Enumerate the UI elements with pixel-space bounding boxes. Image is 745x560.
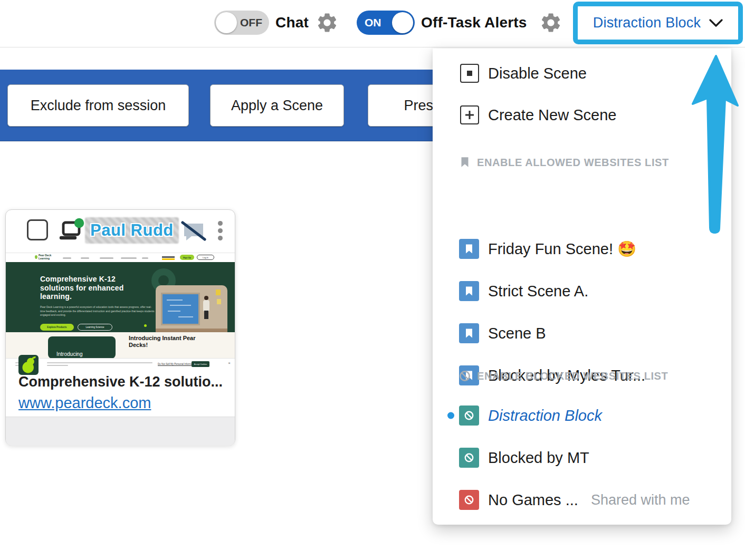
menu-item-no-games[interactable]: No Games ... Shared with me bbox=[433, 485, 731, 515]
hero-decoration-dot bbox=[144, 324, 147, 327]
student-card-header: Paul Rudd bbox=[6, 210, 235, 252]
chat-settings-gear-icon[interactable] bbox=[316, 11, 339, 34]
selected-indicator-dot bbox=[447, 412, 454, 419]
menu-item-scene-b[interactable]: Scene B bbox=[433, 318, 731, 348]
blocked-list-icon bbox=[459, 405, 479, 426]
pear-favicon-icon bbox=[18, 355, 39, 375]
thumbnail-login-button: Log In bbox=[197, 255, 214, 260]
thumbnail-intro-card: Introducing bbox=[48, 336, 116, 359]
cookie-close-icon: × bbox=[228, 361, 231, 365]
menu-item-create-new-scene[interactable]: Create New Scene bbox=[433, 100, 731, 130]
shared-with-me-note: Shared with me bbox=[591, 492, 690, 508]
student-card: Paul Rudd Pear Deck Learning S bbox=[5, 209, 235, 446]
bookmark-icon bbox=[458, 156, 472, 169]
chat-toggle-state: OFF bbox=[240, 16, 262, 29]
menu-item-blocked-by-mt[interactable]: Blocked by MT bbox=[433, 443, 731, 472]
off-task-alerts-toggle[interactable]: ON bbox=[357, 11, 415, 35]
blocked-circle-icon bbox=[458, 369, 472, 383]
site-favicon bbox=[18, 355, 39, 375]
menu-item-friday-fun-scene[interactable]: Friday Fun Scene! 🤩 bbox=[433, 234, 731, 264]
section-header-label: ENABLE ALLOWED WEBSITES LIST bbox=[477, 157, 669, 169]
disable-scene-icon bbox=[460, 64, 479, 83]
off-task-toggle-state: ON bbox=[365, 16, 381, 29]
chat-toggle[interactable]: OFF bbox=[214, 11, 269, 35]
chat-disabled-icon[interactable] bbox=[180, 220, 207, 244]
blocked-list-icon bbox=[459, 448, 479, 468]
student-card-footer: Comprehensive K-12 solutio... www.pearde… bbox=[6, 370, 235, 417]
thumbnail-cookie-banner: Do Not Sell My Personal Information Acce… bbox=[6, 358, 235, 370]
bookmark-scene-icon bbox=[459, 239, 479, 259]
student-select-checkbox[interactable] bbox=[27, 219, 48, 240]
student-name-plate: Paul Rudd bbox=[85, 217, 179, 244]
menu-item-disable-scene[interactable]: Disable Scene bbox=[433, 59, 731, 88]
blocked-websites-section-header: ENABLE BLOCKED WEBSITES LIST bbox=[433, 365, 731, 387]
card-bottom-area bbox=[6, 417, 235, 446]
menu-item-distraction-block[interactable]: Distraction Block bbox=[433, 401, 731, 430]
card-menu-kebab-icon[interactable] bbox=[215, 218, 225, 245]
menu-item-label: No Games ... bbox=[488, 491, 578, 509]
thumbnail-heading: Comprehensive K-12 solutions for enhance… bbox=[40, 275, 123, 301]
off-task-toggle-knob bbox=[392, 12, 413, 33]
thumbnail-logo: Pear Deck Learning bbox=[39, 254, 56, 260]
top-bar: OFF Chat ON Off-Task Alerts Distraction … bbox=[0, 0, 745, 47]
thumbnail-classroom-photo bbox=[156, 285, 227, 332]
page-url-link[interactable]: www.peardeck.com bbox=[18, 394, 151, 412]
chevron-down-icon bbox=[709, 19, 723, 27]
chat-label: Chat bbox=[275, 14, 309, 31]
scene-dropdown-button[interactable]: Distraction Block bbox=[573, 2, 743, 44]
thumbnail-explore-products-button: Explore Products bbox=[40, 324, 74, 331]
section-header-label: ENABLE BLOCKED WEBSITES LIST bbox=[477, 370, 668, 382]
exclude-from-session-button[interactable]: Exclude from session bbox=[7, 84, 189, 127]
thumbnail-body-text: Pear Deck Learning is a powerful ecosyst… bbox=[40, 305, 155, 317]
menu-item-label: Create New Scene bbox=[488, 107, 616, 124]
thumbnail-signup-button: Sign Up bbox=[180, 255, 194, 260]
thumbnail-learning-science-button: Learning Science bbox=[78, 324, 112, 331]
menu-item-strict-scene-a[interactable]: Strict Scene A. bbox=[433, 276, 731, 306]
allowed-websites-section-header: ENABLE ALLOWED WEBSITES LIST bbox=[433, 152, 731, 173]
menu-item-label: Disable Scene bbox=[488, 65, 587, 82]
menu-item-label: Blocked by MT bbox=[488, 449, 589, 467]
pear-logo-icon bbox=[35, 255, 37, 259]
off-task-settings-gear-icon[interactable] bbox=[539, 11, 562, 34]
student-name: Paul Rudd bbox=[90, 221, 174, 240]
chat-toggle-knob bbox=[216, 12, 237, 33]
thumbnail-navbar: Pear Deck Learning Sign Up Log In bbox=[6, 253, 235, 262]
bookmark-scene-icon bbox=[459, 281, 479, 301]
menu-item-label: Distraction Block bbox=[488, 407, 602, 424]
blocked-list-icon bbox=[459, 490, 479, 510]
screen-thumbnail[interactable]: Pear Deck Learning Sign Up Log In Compre… bbox=[6, 253, 235, 370]
scene-dropdown-label: Distraction Block bbox=[593, 15, 701, 31]
page-title: Comprehensive K-12 solutio... bbox=[18, 374, 223, 390]
off-task-alerts-label: Off-Task Alerts bbox=[421, 14, 527, 31]
bookmark-scene-icon bbox=[459, 323, 479, 343]
thumbnail-nav-highlight bbox=[162, 256, 175, 258]
cookie-link: Do Not Sell My Personal Information bbox=[158, 363, 196, 365]
classroom-dashboard: OFF Chat ON Off-Task Alerts Distraction … bbox=[0, 0, 745, 560]
cookie-accept-button: Accept Cookies bbox=[192, 361, 209, 367]
menu-item-label: Strict Scene A. bbox=[488, 283, 588, 300]
thumbnail-hero: Comprehensive K-12 solutions for enhance… bbox=[6, 262, 235, 332]
menu-item-label: Scene B bbox=[488, 325, 546, 342]
scene-dropdown-menu: Disable Scene Create New Scene ENABLE AL… bbox=[433, 49, 731, 525]
thumbnail-intro-heading: Introducing Instant Pear Decks! bbox=[129, 335, 208, 349]
menu-item-label: Friday Fun Scene! 🤩 bbox=[488, 240, 636, 258]
device-online-icon bbox=[58, 217, 85, 245]
create-new-scene-icon bbox=[460, 105, 479, 124]
apply-a-scene-button[interactable]: Apply a Scene bbox=[210, 84, 344, 127]
